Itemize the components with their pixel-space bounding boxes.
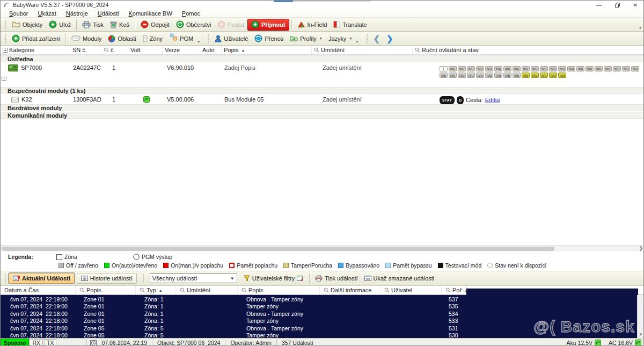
manual-output-badge[interactable]: n/u xyxy=(513,73,521,78)
manual-output-badge[interactable]: n/u xyxy=(595,66,603,71)
print-button[interactable]: Tisk xyxy=(79,19,107,31)
profiles-dropdown[interactable]: Profily ▾ xyxy=(287,33,325,45)
column-popis-1[interactable]: Popis xyxy=(76,286,136,294)
manual-output-badge[interactable]: n/u xyxy=(531,73,539,78)
column-cislo[interactable]: č. xyxy=(101,46,128,54)
manual-output-badge[interactable]: n/u xyxy=(476,73,484,78)
event-row[interactable]: čvn 07, 2024 22:18:00 Zone 05 Zóna: 5 Ob… xyxy=(1,325,638,332)
manual-output-badge[interactable]: n/u xyxy=(458,66,466,71)
manual-output-badge[interactable]: n/u xyxy=(567,66,575,71)
add-device-button[interactable]: Přidat zařízení xyxy=(9,33,63,45)
tab-current-events[interactable]: ✱ Aktuální Události xyxy=(9,273,75,284)
column-poradi[interactable]: Poř ▲ xyxy=(442,286,466,294)
horizontal-scrollbar[interactable]: ❯ xyxy=(1,245,644,251)
column-volt[interactable]: Volt xyxy=(128,46,163,54)
languages-dropdown[interactable]: Jazyky ▾ xyxy=(325,33,355,45)
manual-output-badge[interactable]: n/u xyxy=(622,66,630,71)
manual-output-badge[interactable]: n/u xyxy=(531,66,539,71)
in-field-button[interactable]: In-Field xyxy=(294,19,331,31)
column-popis[interactable]: Popis ▲ xyxy=(222,46,312,54)
column-kategorie[interactable]: Kategorie xyxy=(1,46,70,54)
manual-output-badge[interactable]: n/u xyxy=(540,66,548,71)
column-umisteni[interactable]: Umístění xyxy=(176,286,238,294)
menu-item-komunikace-bw[interactable]: Komunikace BW xyxy=(124,10,176,17)
device-row-k32[interactable]: K32 1300F3AD 1 V5.00.006 Bus Module 05 Z… xyxy=(1,95,644,104)
column-typ[interactable]: Typ ▲ xyxy=(136,286,176,294)
manual-output-badge[interactable]: n/u xyxy=(631,66,639,71)
navigate-back-button[interactable]: ❮ xyxy=(370,34,384,44)
manual-output-badge[interactable]: n/u xyxy=(476,66,484,71)
close-button[interactable]: ✕ xyxy=(626,1,644,9)
print-events-button[interactable]: Tisk událostí xyxy=(312,273,361,284)
translate-button[interactable]: Translate xyxy=(330,19,370,31)
manual-output-badge[interactable]: n/u xyxy=(604,66,612,71)
manual-output-badge[interactable]: n/u xyxy=(540,73,548,78)
manual-output-badge[interactable]: n/u xyxy=(586,66,594,71)
column-uzivatel[interactable]: Uživatel xyxy=(380,286,442,294)
minimize-button[interactable]: — xyxy=(590,1,608,9)
manual-output-badge[interactable]: n/u xyxy=(549,66,557,71)
d-badge[interactable]: D xyxy=(457,96,464,104)
device-row-sp7000[interactable]: + SP7000 2A02247C 1 V6.90.010 Zadej Popi… xyxy=(1,63,644,86)
expander-icon[interactable]: + xyxy=(2,76,6,81)
manual-output-badge[interactable]: 1 xyxy=(440,66,448,71)
manual-output-badge[interactable]: n/u xyxy=(449,73,457,78)
group-row-ustredna[interactable]: Ústředna xyxy=(1,55,644,62)
column-datum-cas[interactable]: Datum a Čas xyxy=(1,286,76,294)
manual-output-badge[interactable]: n/u xyxy=(613,66,621,71)
toolbar-overflow-button[interactable]: ▾ xyxy=(197,39,200,45)
stay-badge[interactable]: STAY xyxy=(440,96,455,104)
column-verze[interactable]: Verze xyxy=(163,46,200,54)
menu-item-soubor[interactable]: Soubor xyxy=(5,10,32,17)
manual-output-badge[interactable]: n/u xyxy=(558,73,566,78)
manual-output-badge[interactable]: n/u xyxy=(558,66,566,71)
user-filters-button[interactable]: Uživatelské filtry xyxy=(240,273,307,284)
manual-output-badge[interactable]: n/u xyxy=(503,73,511,78)
event-row[interactable]: čvn 07, 2024 22:19:00 Zone 01 Zóna: 1 Ob… xyxy=(1,296,638,303)
column-sn[interactable]: SN č. xyxy=(70,46,101,54)
manual-output-badge[interactable]: n/u xyxy=(503,66,511,71)
manual-output-badge[interactable]: n/u xyxy=(522,73,530,78)
event-row[interactable]: čvn 07, 2024 22:19:00 Zone 01 Zóna: 1 Ta… xyxy=(1,303,638,310)
modules-button[interactable]: Moduly xyxy=(68,33,105,45)
manual-output-badge[interactable]: n/u xyxy=(522,66,530,71)
toolbar-overflow-button[interactable]: ▾ xyxy=(356,39,358,45)
events-filter-select[interactable]: Všechny události ▼ xyxy=(150,273,237,283)
column-auto[interactable]: Auto xyxy=(200,46,222,54)
areas-button[interactable]: Oblasti xyxy=(105,33,139,45)
menu-item-nastroje[interactable]: Nástroje xyxy=(62,10,92,17)
send-button[interactable]: Poslat xyxy=(214,19,247,31)
toolbar-overflow-button[interactable]: ▾ xyxy=(639,25,641,31)
column-popis-2[interactable]: Popis xyxy=(238,286,320,294)
manual-output-badge[interactable]: n/u xyxy=(576,66,584,71)
menu-item-ukazat[interactable]: Ukázat xyxy=(33,10,60,17)
disconnect-button[interactable]: Odpojit xyxy=(137,19,173,31)
edit-path-link[interactable]: Edituj xyxy=(485,97,500,104)
column-umisteni[interactable]: Umístění xyxy=(312,46,413,54)
event-row[interactable]: čvn 07, 2024 22:18:00 Zone 01 Zóna: 1 Ta… xyxy=(1,318,638,325)
refresh-button[interactable]: Občerstvi xyxy=(173,19,214,31)
manual-output-badge[interactable]: n/u xyxy=(449,66,457,71)
show-deleted-events-button[interactable]: Ukaž smazané události xyxy=(361,273,438,284)
pgm-button[interactable]: ⚙ ⚙ PGM xyxy=(166,33,196,45)
manual-output-badge[interactable]: n/u xyxy=(467,66,475,71)
column-rucni-ovladani[interactable]: Ruční ovládání a stav xyxy=(413,46,644,54)
vertical-scrollbar[interactable]: ▼ xyxy=(637,295,643,338)
group-row-bezdratove-moduly[interactable]: Bezdrátové moduly xyxy=(1,104,644,111)
manual-output-badge[interactable]: n/u xyxy=(467,73,475,78)
group-row-komunikacni-moduly[interactable]: Komunikační moduly xyxy=(1,112,644,119)
menu-item-pomoc[interactable]: Pomoc xyxy=(178,10,204,17)
save-button[interactable]: Ulož xyxy=(46,19,74,31)
navigate-forward-button[interactable]: ❯ xyxy=(383,34,397,44)
users-button[interactable]: Uživatelé xyxy=(211,33,251,45)
zones-button[interactable]: Zóny xyxy=(140,33,166,45)
scroll-right-arrow[interactable]: ❯ xyxy=(639,246,643,251)
objects-button[interactable]: Objekty xyxy=(9,19,46,31)
manual-output-badge[interactable]: n/u xyxy=(485,66,493,71)
maximize-button[interactable] xyxy=(608,1,626,9)
manual-output-badge[interactable]: n/u xyxy=(440,73,448,78)
event-row[interactable]: čvn 07, 2024 22:18:00 Zone 05 Zóna: 5 Ta… xyxy=(1,332,638,338)
group-row-bezpecnostni-moduly[interactable]: Bezpečnostní moduly (1 ks) xyxy=(1,87,644,94)
manual-output-badge[interactable]: n/u xyxy=(513,66,521,71)
manual-output-badge[interactable]: n/u xyxy=(494,66,502,71)
